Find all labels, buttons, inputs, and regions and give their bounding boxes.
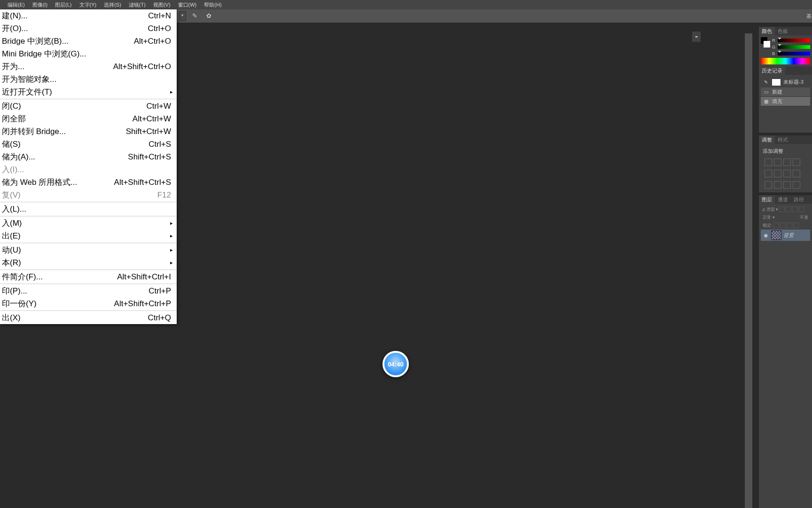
- filter-pixel-icon[interactable]: [779, 206, 785, 212]
- filter-type-icon[interactable]: [792, 206, 798, 212]
- layer-filter-kind[interactable]: ρ 类型 ▾: [763, 206, 778, 213]
- file-menu-item[interactable]: 闭并转到 Bridge...Shift+Ctrl+W: [0, 125, 177, 138]
- fill-icon: ▦: [763, 98, 769, 105]
- menu-window[interactable]: 窗口(W): [174, 1, 201, 8]
- brightness-contrast-icon[interactable]: [765, 159, 772, 166]
- file-menu-item[interactable]: 闭全部Alt+Ctrl+W: [0, 112, 177, 125]
- layer-row-background[interactable]: ◉ 背景: [761, 230, 810, 241]
- menu-layer[interactable]: 图层(L): [51, 1, 75, 8]
- adjustments-panel-tabs: 调整 样式: [759, 135, 812, 144]
- menu-item-shortcut: Alt+Shift+Ctrl+I: [117, 272, 171, 282]
- history-step-new[interactable]: ▭ 新建: [761, 87, 810, 97]
- lock-all-icon[interactable]: [793, 222, 799, 228]
- file-menu-item[interactable]: 入(M): [0, 217, 177, 230]
- menu-item-label: 印一份(Y): [2, 298, 37, 309]
- hue-sat-icon[interactable]: [774, 170, 781, 177]
- file-menu-item[interactable]: 入(L)...: [0, 203, 177, 215]
- file-menu-item[interactable]: Bridge 中浏览(B)...Alt+Ctrl+O: [0, 35, 177, 48]
- airbrush-icon[interactable]: ✿: [205, 12, 212, 20]
- file-menu-item[interactable]: 建(N)...Ctrl+N: [0, 9, 177, 22]
- menu-item-label: 储为(A)...: [2, 151, 35, 162]
- bw-icon[interactable]: [793, 170, 800, 177]
- file-menu-item[interactable]: 储为 Web 所用格式...Alt+Shift+Ctrl+S: [0, 176, 177, 189]
- g-slider[interactable]: [778, 45, 810, 49]
- menu-help[interactable]: 帮助(H): [200, 1, 225, 8]
- pressure-opacity-icon[interactable]: ✎: [191, 12, 198, 20]
- menu-select[interactable]: 选择(S): [100, 1, 125, 8]
- menu-item-shortcut: Ctrl+W: [147, 102, 171, 111]
- history-panel-tabs: 历史记录: [759, 66, 812, 75]
- channel-mixer-icon[interactable]: [774, 181, 781, 189]
- layers-panel: ρ 类型 ▾ 正常 ▾ 不透 锁定: ◉ 背景: [759, 204, 812, 243]
- background-swatch[interactable]: [764, 41, 770, 48]
- history-step-fill[interactable]: ▦ 填充: [761, 97, 810, 106]
- photo-filter-icon[interactable]: [765, 181, 772, 189]
- color-spectrum[interactable]: [761, 58, 810, 64]
- tab-layers[interactable]: 图层: [759, 195, 775, 204]
- b-slider[interactable]: [778, 52, 810, 56]
- filter-adjust-icon[interactable]: [786, 206, 791, 212]
- menu-edit[interactable]: 编辑(E): [4, 1, 29, 8]
- menu-item-shortcut: Shift+Ctrl+S: [128, 152, 171, 162]
- tab-color[interactable]: 颜色: [759, 27, 775, 35]
- file-menu-item[interactable]: 储(S)Ctrl+S: [0, 138, 177, 151]
- lock-position-icon[interactable]: [787, 222, 792, 228]
- file-menu-item[interactable]: 出(X)Ctrl+Q: [0, 311, 177, 324]
- b-label: B: [772, 51, 776, 56]
- file-menu-item[interactable]: 件简介(F)...Alt+Shift+Ctrl+I: [0, 270, 177, 283]
- curves-icon[interactable]: [783, 159, 791, 166]
- file-menu-item[interactable]: 近打开文件(T): [0, 86, 177, 98]
- menu-item-label: 开(O)...: [2, 23, 28, 34]
- timer-widget[interactable]: 04:40: [383, 351, 409, 377]
- lock-transparency-icon[interactable]: [773, 222, 779, 228]
- file-menu-item: 复(V)F12: [0, 189, 177, 201]
- menu-item-shortcut: Alt+Shift+Ctrl+S: [114, 178, 171, 187]
- file-menu-item[interactable]: Mini Bridge 中浏览(G)...: [0, 48, 177, 60]
- file-menu-item[interactable]: 储为(A)...Shift+Ctrl+S: [0, 151, 177, 163]
- essentials-workspace-button[interactable]: 基: [805, 10, 812, 22]
- layer-thumbnail[interactable]: [771, 230, 781, 240]
- menu-item-label: 出(X): [2, 312, 21, 323]
- tab-channels[interactable]: 通道: [775, 195, 791, 204]
- tab-paths[interactable]: 路径: [791, 195, 807, 204]
- tab-history[interactable]: 历史记录: [759, 66, 785, 75]
- brush-icon: ✎: [763, 79, 769, 86]
- lock-pixels-icon[interactable]: [780, 222, 786, 228]
- file-menu-item[interactable]: 印(P)...Ctrl+P: [0, 285, 177, 297]
- file-menu-item[interactable]: 动(U): [0, 244, 177, 256]
- color-balance-icon[interactable]: [783, 170, 791, 177]
- tab-styles[interactable]: 样式: [775, 135, 791, 144]
- visibility-icon[interactable]: ◉: [763, 232, 769, 238]
- vibrance-icon[interactable]: [765, 170, 772, 177]
- history-step-label: 新建: [772, 88, 782, 95]
- file-menu-item[interactable]: 印一份(Y)Alt+Shift+Ctrl+P: [0, 297, 177, 310]
- vertical-scrollbar[interactable]: [745, 33, 752, 508]
- file-menu-item[interactable]: 开为智能对象...: [0, 73, 177, 86]
- invert-icon[interactable]: [793, 181, 800, 189]
- history-snapshot[interactable]: ✎ 未标题-3: [761, 77, 810, 87]
- layer-name[interactable]: 背景: [783, 232, 794, 239]
- file-menu-item[interactable]: 开为...Alt+Shift+Ctrl+O: [0, 60, 177, 73]
- panel-collapse-handle[interactable]: [692, 32, 701, 42]
- tab-adjustments[interactable]: 调整: [759, 135, 775, 144]
- levels-icon[interactable]: [774, 159, 781, 166]
- menu-item-label: 储为 Web 所用格式...: [2, 177, 77, 188]
- history-panel: ✎ 未标题-3 ▭ 新建 ▦ 填充: [759, 75, 812, 133]
- menu-filter[interactable]: 滤镜(T): [125, 1, 149, 8]
- color-lookup-icon[interactable]: [783, 181, 791, 189]
- brush-preset-dropdown[interactable]: [180, 11, 186, 21]
- menu-item-shortcut: Ctrl+N: [148, 11, 171, 21]
- file-menu-item[interactable]: 出(E): [0, 230, 177, 242]
- blend-mode-select[interactable]: 正常 ▾: [763, 214, 775, 221]
- menu-type[interactable]: 文字(Y): [76, 1, 101, 8]
- menu-image[interactable]: 图像(I): [29, 1, 51, 8]
- exposure-icon[interactable]: [793, 159, 800, 166]
- filter-shape-icon[interactable]: [799, 206, 804, 212]
- menu-view[interactable]: 视图(V): [149, 1, 174, 8]
- menu-item-label: 印(P)...: [2, 286, 27, 296]
- tab-swatches[interactable]: 色板: [775, 27, 791, 35]
- file-menu-item[interactable]: 开(O)...Ctrl+O: [0, 22, 177, 35]
- r-slider[interactable]: [778, 39, 810, 42]
- file-menu-item[interactable]: 本(R): [0, 256, 177, 269]
- file-menu-item[interactable]: 闭(C)Ctrl+W: [0, 100, 177, 112]
